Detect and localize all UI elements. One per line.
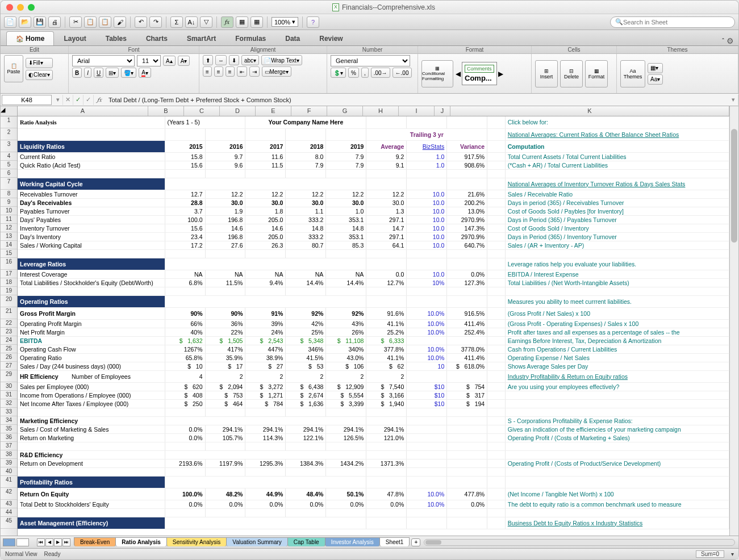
format-cells-button[interactable]: ▦Format [585,60,608,87]
zoom-selector[interactable]: 100% ▾ [272,17,298,27]
expand-formula-bar[interactable]: ▾ [728,95,738,105]
row-header-10[interactable]: 10 [1,207,17,215]
col-header-D[interactable]: D [220,106,256,116]
shrink-font-button[interactable]: A▾ [178,56,190,66]
search-box[interactable]: 🔍 [610,16,735,28]
row-header-18[interactable]: 18 [1,278,17,287]
font-name-select[interactable]: Arial [72,55,135,66]
sheet-tab-sensitivity[interactable]: Sensitivity Analysis [166,537,227,546]
status-sum[interactable]: Sum=0 [696,550,724,558]
col-header-C[interactable]: C [184,106,220,116]
row-header-2[interactable]: 2 [1,128,17,140]
paste-button[interactable]: 📋 [99,16,111,28]
sheet-tab-investor[interactable]: Investor Analysis [325,537,380,546]
prev-sheet-button[interactable]: ◀ [45,538,53,546]
row-header-6[interactable]: 6 [1,169,17,178]
clear-button[interactable]: ◐ Clear ▾ [26,70,53,80]
row-header-16[interactable]: 16 [1,258,17,270]
name-box[interactable]: K48 [2,95,52,105]
tab-review[interactable]: Review [310,31,352,45]
insert-cells-button[interactable]: ⊞Insert [535,60,558,87]
last-sheet-button[interactable]: ⏭ [62,538,70,546]
fx-button[interactable]: 𝑓𝑥 [221,16,233,28]
fill-color-button[interactable]: 🪣▾ [121,68,136,78]
hscroll-thumb[interactable] [425,540,441,545]
new-file-button[interactable]: 📄 [4,16,16,28]
tab-charts[interactable]: Charts [136,31,177,45]
theme-colors-button[interactable]: ▦▾ [648,63,663,73]
col-header-F[interactable]: F [291,106,327,116]
row-header-1[interactable]: 1 [1,116,17,128]
increase-decimal-button[interactable]: .00→ [371,68,390,78]
theme-fonts-button[interactable]: Aa▾ [648,74,663,85]
align-right-button[interactable]: ≡ [226,66,235,77]
font-size-select[interactable]: 11 [137,55,161,66]
cut-button[interactable]: ✂ [69,16,82,28]
row-header-33[interactable]: 33 [1,408,17,416]
sheet-tab-cap-table[interactable]: Cap Table [287,537,325,546]
align-bottom-button[interactable]: ⬇ [229,55,239,65]
format-painter-button[interactable]: 🖌 [114,16,126,28]
decrease-decimal-button[interactable]: ←.00 [393,68,412,78]
minimize-window-button[interactable] [17,4,24,11]
row-header-15[interactable]: 15 [1,249,17,258]
row-header-26[interactable]: 26 [1,353,17,362]
horizontal-scrollbar[interactable] [424,539,735,546]
decrease-indent-button[interactable]: ⇤ [237,66,247,77]
status-dropdown[interactable]: ▾ [731,551,734,557]
collapse-ribbon-button[interactable]: ˆ [722,37,724,44]
row-header-21[interactable]: 21 [1,307,17,319]
sheet-tab-valuation[interactable]: Valuation Summary [226,537,288,546]
close-window-button[interactable] [6,4,13,11]
col-header-I[interactable]: I [399,106,435,116]
underline-button[interactable]: U [94,68,103,78]
row-header-8[interactable]: 8 [1,190,17,198]
save-button[interactable]: 💾 [34,16,46,28]
search-input[interactable] [623,19,730,26]
delete-cells-button[interactable]: ⊟Delete [560,60,583,87]
page-layout-view-icon[interactable] [16,538,29,546]
zoom-window-button[interactable] [28,4,35,11]
row-header-4[interactable]: 4 [1,152,17,161]
row-header-34[interactable]: 34 [1,416,17,425]
open-button[interactable]: 📂 [19,16,31,28]
row-header-5[interactable]: 5 [1,161,17,169]
row-header-7[interactable]: 7 [1,178,17,190]
paste-big-button[interactable]: 📋Paste [4,55,23,82]
row-header-38[interactable]: 38 [1,450,17,459]
row-header-42[interactable]: 42 [1,488,17,500]
row-header-29[interactable]: 29 [1,370,17,382]
first-sheet-button[interactable]: ⏮ [37,538,45,546]
row-header-9[interactable]: 9 [1,198,17,207]
themes-button[interactable]: AaThemes [620,60,645,87]
show-formulas-button[interactable]: ▦ [236,16,248,28]
row-header-19[interactable]: 19 [1,287,17,295]
tab-smartart[interactable]: SmartArt [177,31,226,45]
autosum-button[interactable]: Σ [170,16,183,28]
row-header-31[interactable]: 31 [1,391,17,399]
scrollbar-thumb[interactable] [731,129,737,243]
row-header-20[interactable]: 20 [1,295,17,307]
row-header-25[interactable]: 25 [1,345,17,353]
col-header-H[interactable]: H [363,106,399,116]
filter-button[interactable]: ▽ [200,16,212,28]
tab-tables[interactable]: Tables [96,31,136,45]
style-comp[interactable]: Comp... [465,74,494,82]
tab-layout[interactable]: Layout [54,31,95,45]
row-header-41[interactable]: 41 [1,476,17,488]
next-style-button[interactable]: ▶ [498,70,503,78]
col-header-G[interactable]: G [327,106,363,116]
row-header-43[interactable]: 43 [1,500,17,508]
row-header-23[interactable]: 23 [1,328,17,336]
orientation-button[interactable]: abc▾ [241,55,259,65]
row-header-40[interactable]: 40 [1,467,17,476]
next-sheet-button[interactable]: ▶ [54,538,62,546]
row-header-39[interactable]: 39 [1,459,17,467]
vertical-scrollbar[interactable] [729,106,738,536]
formula-input[interactable]: Total Debt / (Long-Term Debt + Preferred… [105,97,728,103]
prev-style-button[interactable]: ◀ [456,70,461,78]
tab-data[interactable]: Data [275,31,310,45]
row-header-12[interactable]: 12 [1,224,17,232]
row-header-13[interactable]: 13 [1,232,17,241]
tab-home[interactable]: Home [6,31,54,45]
